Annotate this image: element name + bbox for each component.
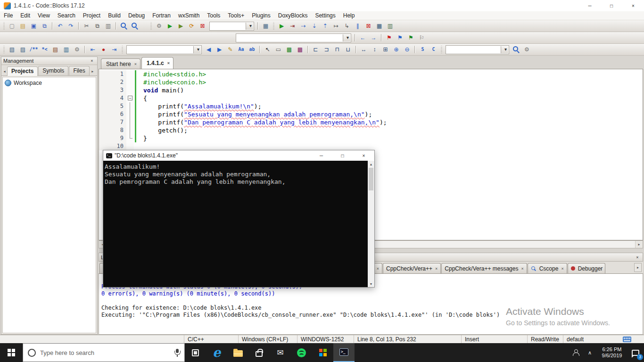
search-prev-button[interactable]: ◀ xyxy=(204,45,214,54)
tab-projects[interactable]: Projects xyxy=(7,66,38,76)
scroll-down-arrow[interactable]: ▼ xyxy=(368,280,374,287)
replace-button[interactable] xyxy=(130,21,140,31)
image-tool-button[interactable]: ▩ xyxy=(284,45,294,54)
distribute-horizontal-button[interactable]: ↔ xyxy=(359,45,369,54)
close-icon[interactable]: × xyxy=(435,266,438,271)
match-case-button[interactable]: Aa xyxy=(236,45,246,54)
scroll-up-arrow[interactable]: ▲ xyxy=(368,161,374,167)
zoom-out-button[interactable]: ⊖ xyxy=(402,45,412,54)
next-line-button[interactable]: ⇢ xyxy=(298,21,308,31)
step-out-button[interactable]: ⇡ xyxy=(320,21,330,31)
search-next-button[interactable]: ▶ xyxy=(215,45,224,54)
menu-doxyblocks[interactable]: DoxyBlocks xyxy=(274,11,312,20)
insert-block-comment-button[interactable]: /** xyxy=(29,45,39,54)
tab-scroll-right-button[interactable]: ▸ xyxy=(634,263,642,272)
run-to-cursor-button[interactable]: ⇥ xyxy=(288,21,297,31)
title-bar[interactable]: 1.4.1.c - Code::Blocks 17.12 ─ □ × xyxy=(0,0,644,11)
various-info-button[interactable]: ▥ xyxy=(385,21,395,31)
maximize-button[interactable]: □ xyxy=(601,0,622,11)
distribute-vertical-button[interactable]: ↕ xyxy=(370,45,380,54)
scrollbar-thumb[interactable] xyxy=(369,168,373,190)
menu-plugins[interactable]: Plugins xyxy=(248,11,274,20)
run-chm-button[interactable]: ▥ xyxy=(61,45,71,54)
close-icon[interactable]: × xyxy=(634,255,641,260)
tab-scroll-left-button[interactable]: ◂ xyxy=(2,67,7,75)
close-icon[interactable]: × xyxy=(134,62,137,66)
grid-button[interactable]: ⊞ xyxy=(380,45,390,54)
next-instruction-button[interactable]: ↦ xyxy=(331,21,341,31)
project-tree[interactable]: Workspace xyxy=(2,77,96,333)
menu-tools-plus[interactable]: Tools+ xyxy=(224,11,248,20)
menu-tools[interactable]: Tools xyxy=(203,11,224,20)
previous-bookmark-button[interactable]: ⚑ xyxy=(395,33,405,42)
run-button[interactable]: ▶ xyxy=(165,21,175,31)
menu-edit[interactable]: Edit xyxy=(17,11,34,20)
tab-files[interactable]: Files xyxy=(69,66,89,75)
debugging-windows-button[interactable]: ▦ xyxy=(374,21,384,31)
thread-search-button[interactable] xyxy=(511,45,521,54)
letter-s-button[interactable]: S xyxy=(418,45,428,54)
toggle-bookmark-button[interactable]: ⚑ xyxy=(384,33,394,42)
debug-continue-button[interactable]: ▶ xyxy=(277,21,287,31)
selection-tool-button[interactable]: ▭ xyxy=(273,45,283,54)
console-window[interactable]: "D:\code bloks\1.4.1.exe" ─ □ × Assalamu… xyxy=(103,150,375,288)
incremental-search-combo[interactable] xyxy=(126,45,202,54)
menu-build[interactable]: Build xyxy=(104,11,124,20)
menu-search[interactable]: Search xyxy=(54,11,79,20)
tab-cppcheck-messages[interactable]: CppCheck/Vera++ messages × xyxy=(441,263,527,273)
spotify-taskbar-button[interactable] xyxy=(291,343,312,362)
step-into-button[interactable]: ⇣ xyxy=(309,21,319,31)
show-hidden-icons-button[interactable]: ∧ xyxy=(583,343,597,362)
menu-wxsmith[interactable]: wxSmith xyxy=(174,11,203,20)
console-scrollbar[interactable]: ▲ ▼ xyxy=(368,161,374,287)
console-titlebar[interactable]: "D:\code bloks\1.4.1.exe" ─ □ × xyxy=(103,150,374,161)
action-center-button[interactable]: 3 xyxy=(627,343,644,362)
doxyblocks-extract-button[interactable]: ▧ xyxy=(7,45,17,54)
browse-back-button[interactable]: ⇤ xyxy=(88,45,98,54)
colorful-app-taskbar-button[interactable] xyxy=(312,343,333,362)
jump-back-button[interactable]: ← xyxy=(358,33,368,42)
copy-button[interactable]: ⧉ xyxy=(92,21,102,31)
break-debugger-button[interactable]: ∥ xyxy=(353,21,363,31)
close-button[interactable]: × xyxy=(622,0,644,11)
save-button[interactable]: ▣ xyxy=(29,21,39,31)
run-html-button[interactable]: ▤ xyxy=(50,45,60,54)
build-and-run-button[interactable]: ▶ xyxy=(176,21,186,31)
keyboard-icon[interactable] xyxy=(623,337,631,342)
new-file-button[interactable]: ▢ xyxy=(7,21,17,31)
align-top-button[interactable]: ⊓ xyxy=(332,45,342,54)
highlight-matches-button[interactable]: ✎ xyxy=(225,45,235,54)
close-icon[interactable]: × xyxy=(561,266,563,271)
tab-scroll-right-button[interactable]: ▸ xyxy=(90,67,95,75)
thread-search-combo[interactable] xyxy=(446,45,509,54)
save-all-button[interactable]: ⧉ xyxy=(40,21,50,31)
rebuild-button[interactable]: ⟳ xyxy=(187,21,197,31)
build-target-combo[interactable] xyxy=(209,22,254,31)
file-explorer-taskbar-button[interactable] xyxy=(227,343,248,362)
tab-141c[interactable]: 1.4.1.c × xyxy=(141,57,173,69)
menu-debug[interactable]: Debug xyxy=(124,11,149,20)
taskbar-clock[interactable]: 6:26 PM 9/6/2019 xyxy=(597,346,627,359)
menu-help[interactable]: Help xyxy=(339,11,359,20)
align-right-button[interactable]: ⊐ xyxy=(322,45,331,54)
microphone-icon[interactable] xyxy=(174,349,180,357)
menu-view[interactable]: View xyxy=(34,11,54,20)
find-button[interactable] xyxy=(119,21,129,31)
task-view-button[interactable] xyxy=(185,343,206,362)
abort-build-button[interactable]: ⊠ xyxy=(198,21,207,31)
taskbar-search-box[interactable]: Type here to search xyxy=(23,343,185,362)
stop-debugger-button[interactable]: ⊠ xyxy=(363,21,373,31)
close-icon[interactable]: × xyxy=(377,266,379,271)
paste-button[interactable]: ▥ xyxy=(103,21,113,31)
search-options-button[interactable]: ⚙ xyxy=(522,45,532,54)
scroll-right-arrow[interactable]: ▸ xyxy=(635,241,643,248)
tab-cscope[interactable]: Cscope × xyxy=(528,263,567,273)
people-button[interactable] xyxy=(569,343,583,362)
store-taskbar-button[interactable] xyxy=(248,343,270,362)
jump-forward-button[interactable]: → xyxy=(369,33,379,42)
align-bottom-button[interactable]: ⊔ xyxy=(343,45,353,54)
window-grid-button[interactable]: ▦ xyxy=(261,21,271,31)
fold-collapse-icon[interactable]: − xyxy=(128,96,132,100)
edge-taskbar-button[interactable]: e xyxy=(206,343,227,362)
next-bookmark-button[interactable]: ⚑ xyxy=(406,33,416,42)
